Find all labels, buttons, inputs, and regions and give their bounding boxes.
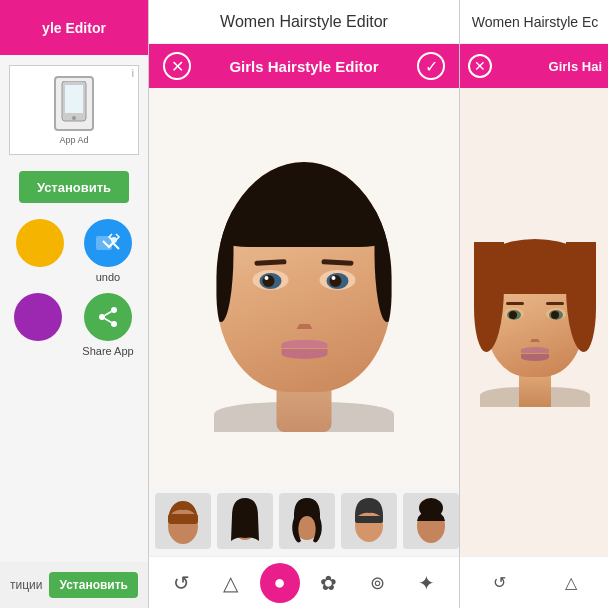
right-app-header: Women Hairstyle Ec bbox=[460, 0, 608, 44]
album-label: undo bbox=[96, 271, 120, 283]
svg-point-10 bbox=[168, 508, 198, 544]
right-adjust-button[interactable]: △ bbox=[555, 567, 587, 599]
icon-item-my-album[interactable]: undo bbox=[84, 219, 132, 283]
close-button[interactable]: ✕ bbox=[163, 52, 191, 80]
bottom-install-button[interactable]: Установить bbox=[49, 572, 138, 598]
middle-sub-header: ✕ Girls Hairstyle Editor ✓ bbox=[149, 44, 459, 88]
sparkle-button[interactable]: ✦ bbox=[407, 563, 447, 603]
ad-description: App Ad bbox=[59, 135, 88, 145]
yellow-icon bbox=[16, 219, 64, 267]
left-header: yle Editor bbox=[0, 0, 148, 55]
right-app-title: Women Hairstyle Ec bbox=[468, 14, 603, 30]
hair-style-thumb-5[interactable] bbox=[403, 493, 459, 549]
middle-app-title: Women Hairstyle Editor bbox=[220, 13, 388, 31]
right-panel: Women Hairstyle Ec ✕ Girls Hai bbox=[460, 0, 608, 608]
icon-item-unknown bbox=[16, 219, 64, 283]
ad-banner: i App Ad bbox=[9, 65, 139, 155]
hair-style-thumb-2[interactable] bbox=[217, 493, 273, 549]
right-close-button[interactable]: ✕ bbox=[468, 54, 492, 78]
bottom-install-bar: тиции Установить bbox=[0, 562, 148, 608]
ad-phone-image bbox=[54, 76, 94, 131]
svg-point-5 bbox=[111, 307, 117, 313]
svg-point-2 bbox=[72, 116, 76, 120]
icon-row-2: Share App bbox=[0, 293, 148, 357]
hair-style-thumb-1[interactable] bbox=[155, 493, 211, 549]
middle-panel: Women Hairstyle Editor ✕ Girls Hairstyle… bbox=[149, 0, 459, 608]
check-button[interactable]: ✓ bbox=[417, 52, 445, 80]
right-sub-title: Girls Hai bbox=[549, 59, 602, 74]
icon-row-1: undo bbox=[0, 219, 148, 283]
middle-app-header: Women Hairstyle Editor bbox=[149, 0, 459, 44]
svg-point-6 bbox=[99, 314, 105, 320]
right-face-area bbox=[460, 88, 608, 556]
share-icon[interactable] bbox=[84, 293, 132, 341]
right-undo-button[interactable]: ↺ bbox=[484, 567, 516, 599]
install-button[interactable]: Установить bbox=[19, 171, 129, 203]
hair-style-thumb-3[interactable] bbox=[279, 493, 335, 549]
bottom-install-text: тиции bbox=[10, 578, 42, 592]
face-preview-area bbox=[149, 88, 459, 486]
right-toolbar: ↺ △ bbox=[460, 556, 608, 608]
middle-toolbar: ↺ △ ● ✿ ⊚ ✦ bbox=[149, 556, 459, 608]
svg-rect-1 bbox=[65, 85, 83, 113]
share-label: Share App bbox=[82, 345, 133, 357]
svg-line-9 bbox=[105, 312, 112, 316]
icon-grid: undo Share App bbox=[0, 219, 148, 357]
album-icon[interactable] bbox=[84, 219, 132, 267]
left-header-text: yle Editor bbox=[42, 20, 106, 36]
right-sub-header: ✕ Girls Hai bbox=[460, 44, 608, 88]
hair-color-button[interactable]: ● bbox=[260, 563, 300, 603]
face-button[interactable]: ✿ bbox=[309, 563, 349, 603]
svg-line-8 bbox=[105, 319, 112, 323]
icon-item-unknown2 bbox=[14, 293, 62, 357]
adjust-button[interactable]: △ bbox=[211, 563, 251, 603]
hair-style-thumb-4[interactable] bbox=[341, 493, 397, 549]
hair-style-selector bbox=[149, 486, 459, 556]
middle-sub-title: Girls Hairstyle Editor bbox=[229, 58, 378, 75]
undo-button[interactable]: ↺ bbox=[162, 563, 202, 603]
svg-point-7 bbox=[111, 321, 117, 327]
glasses-button[interactable]: ⊚ bbox=[358, 563, 398, 603]
left-panel: yle Editor i App Ad Установить bbox=[0, 0, 148, 608]
ad-close-icon[interactable]: i bbox=[132, 68, 134, 79]
svg-rect-15 bbox=[355, 516, 383, 523]
svg-rect-11 bbox=[168, 514, 198, 524]
icon-item-share-app[interactable]: Share App bbox=[82, 293, 133, 357]
purple-icon bbox=[14, 293, 62, 341]
